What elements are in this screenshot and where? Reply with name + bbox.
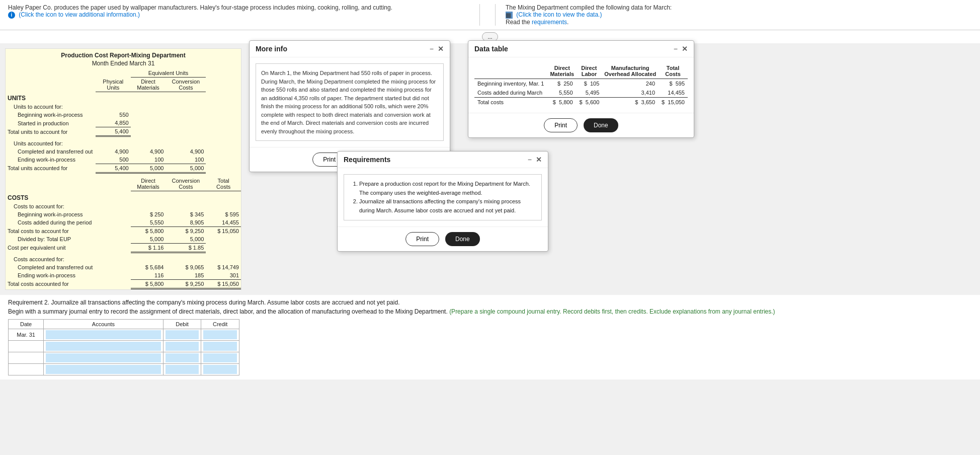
date-cell-3 — [9, 352, 44, 363]
ct-dm: 4,900 — [131, 147, 166, 156]
more-info-link[interactable]: (Click the icon to view additional infor… — [19, 11, 140, 18]
tca2-cc: $ 9,250 — [166, 279, 206, 288]
data-table-print-button[interactable]: Print — [544, 118, 578, 132]
table-icon[interactable]: ▦ — [506, 12, 513, 19]
cto-cc: $ 9,065 — [166, 263, 206, 271]
data-table-minimize[interactable]: − — [674, 45, 678, 53]
beg-wip-cost-cc: $ 345 — [166, 210, 206, 218]
started-prod-label: Started in production — [6, 119, 96, 127]
credit-input-4[interactable] — [203, 365, 237, 374]
data-table-footer: Print Done — [468, 113, 694, 137]
costs-cc-header: ConversionCosts — [166, 177, 206, 191]
cto-label: Completed and transferred out — [6, 263, 96, 271]
req-minimize[interactable]: − — [528, 156, 532, 164]
tca-dm: $ 5,800 — [131, 226, 166, 235]
dt-row3: Total costs $ 5,800 $ 5,600 $ 3,650 $ 15… — [474, 98, 688, 107]
data-table-done-button[interactable]: Done — [584, 118, 618, 132]
debit-input-3[interactable] — [166, 353, 199, 362]
costs-added-dm: 5,550 — [131, 218, 166, 227]
more-info-body: On March 1, the Mixing Department had 55… — [250, 57, 450, 147]
divided-by-label: Divided by: Total EUP — [6, 235, 96, 244]
top-right-text: The Mixing Department compiled the follo… — [506, 4, 672, 11]
req-item1: Prepare a production cost report for the… — [359, 180, 536, 197]
debit-input-4[interactable] — [166, 365, 199, 374]
account-input-1[interactable] — [46, 330, 161, 339]
cto-dm: $ 5,684 — [131, 263, 166, 271]
costs-added-cc: 8,905 — [166, 218, 206, 227]
production-cost-report: Production Cost Report-Mixing Department… — [5, 48, 241, 290]
date-cell-2 — [9, 340, 44, 352]
dt-col4: TotalCosts — [658, 63, 688, 79]
col-accounts-header: Accounts — [44, 319, 164, 329]
data-table-header: Data table − ✕ — [468, 41, 694, 57]
req-done-button[interactable]: Done — [445, 232, 480, 246]
pct-subtitle: Month Ended March 31 — [6, 60, 241, 69]
cpu-cc: $ 1.85 — [166, 243, 206, 252]
beg-wip-cost-dm: $ 250 — [131, 210, 166, 218]
account-input-2[interactable] — [46, 342, 161, 351]
dt-row1-total: $ 595 — [658, 79, 688, 89]
more-info-close[interactable]: ✕ — [438, 45, 444, 53]
debit-input-1[interactable] — [166, 330, 199, 339]
tua-dm: 5,000 — [131, 164, 166, 173]
col-dm: DirectMaterials — [131, 77, 166, 92]
dt-row3-dl: $ 5,600 — [576, 98, 603, 107]
req-body-text: Prepare a production cost report for the… — [344, 174, 542, 220]
more-info-header: More info − ✕ — [250, 41, 450, 57]
total-costs-accounted-label: Total costs accounted for — [6, 279, 96, 288]
dt-row1-label: Beginning inventory, Mar. 1 — [474, 79, 548, 89]
account-input-4[interactable] — [46, 365, 161, 374]
data-table-popup: Data table − ✕ DirectMaterials DirectLab… — [468, 40, 694, 138]
dt-col1: DirectMaterials — [548, 63, 576, 79]
data-table-title: Data table — [474, 45, 508, 53]
divided-cc: 5,000 — [166, 235, 206, 244]
credit-input-1[interactable] — [203, 330, 237, 339]
total-costs-account-label: Total costs to account for — [6, 226, 96, 235]
pct-title: Production Cost Report-Mixing Department — [6, 49, 241, 60]
ewip-cc: 100 — [166, 156, 206, 164]
bottom-section: Requirement 2. Journalize all transactio… — [0, 295, 980, 380]
dt-row2-dm: 5,550 — [548, 88, 576, 98]
cpu-dm: $ 1.16 — [131, 243, 166, 252]
req2-green-note: (Prepare a single compound journal entry… — [449, 308, 775, 315]
col-cc: ConversionCosts — [166, 77, 206, 92]
debit-input-2[interactable] — [166, 342, 199, 351]
tca2-dm: $ 5,800 — [131, 279, 166, 288]
journal-entry-table: Date Accounts Debit Credit Mar. 31 — [8, 319, 239, 375]
requirements-link[interactable]: requirements — [532, 19, 567, 26]
ewip2-dm: 116 — [131, 271, 166, 280]
tca-cc: $ 9,250 — [166, 226, 206, 235]
req2-instructions: Begin with a summary journal entry to re… — [8, 308, 972, 315]
data-link[interactable]: (Click the icon to view the data.) — [516, 11, 602, 18]
req-title: Requirements — [344, 156, 390, 164]
req-close[interactable]: ✕ — [536, 156, 542, 164]
ewip-pu: 500 — [96, 156, 131, 164]
data-table-controls: − ✕ — [674, 45, 688, 53]
ewip2-label: Ending work-in-process — [6, 271, 96, 280]
dt-row2-label: Costs added during March — [474, 88, 548, 98]
costs-added-total: 14,455 — [206, 218, 241, 227]
cpu-label: Cost per equivalent unit — [6, 243, 96, 252]
tua-cc: 5,000 — [166, 164, 206, 173]
info-icon[interactable]: i — [8, 12, 15, 19]
requirements-popup: Requirements − ✕ Prepare a production co… — [337, 151, 548, 252]
col-debit-header: Debit — [163, 319, 201, 329]
credit-input-3[interactable] — [203, 353, 237, 362]
tca-total: $ 15,050 — [206, 226, 241, 235]
more-info-text: On March 1, the Mixing Department had 55… — [256, 63, 444, 141]
account-input-3[interactable] — [46, 353, 161, 362]
ewip2-cc: 185 — [166, 271, 206, 280]
req-header: Requirements − ✕ — [338, 151, 548, 168]
req-controls: − ✕ — [528, 156, 542, 164]
beg-wip-val: 550 — [96, 111, 131, 119]
more-info-minimize[interactable]: − — [430, 45, 434, 53]
dt-row3-dm: $ 5,800 — [548, 98, 576, 107]
dt-row3-mfg: $ 3,650 — [602, 98, 658, 107]
credit-input-2[interactable] — [203, 342, 237, 351]
more-info-title: More info — [256, 45, 287, 53]
req-print-button[interactable]: Print — [405, 232, 439, 246]
units-accounted-label: Units accounted for: — [6, 139, 96, 147]
data-table-close[interactable]: ✕ — [682, 45, 688, 53]
dt-col2: DirectLabor — [576, 63, 603, 79]
dt-row2-total: 14,455 — [658, 88, 688, 98]
